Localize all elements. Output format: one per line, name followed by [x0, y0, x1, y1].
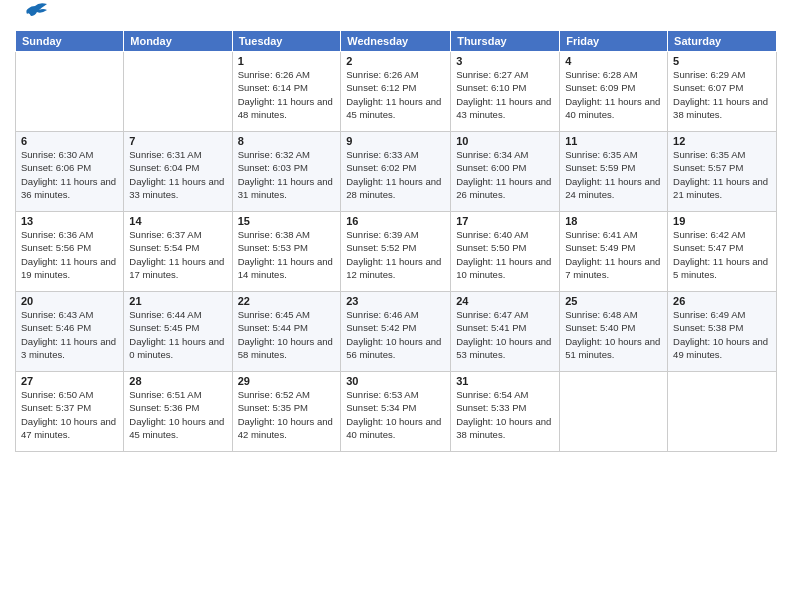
- day-info: Sunrise: 6:26 AMSunset: 6:12 PMDaylight:…: [346, 68, 445, 121]
- day-info: Sunrise: 6:34 AMSunset: 6:00 PMDaylight:…: [456, 148, 554, 201]
- day-info: Sunrise: 6:29 AMSunset: 6:07 PMDaylight:…: [673, 68, 771, 121]
- logo: [15, 10, 49, 24]
- day-number: 6: [21, 135, 118, 147]
- day-number: 18: [565, 215, 662, 227]
- calendar-cell: 24Sunrise: 6:47 AMSunset: 5:41 PMDayligh…: [451, 292, 560, 372]
- calendar-cell: [560, 372, 668, 452]
- day-info: Sunrise: 6:45 AMSunset: 5:44 PMDaylight:…: [238, 308, 336, 361]
- day-info: Sunrise: 6:43 AMSunset: 5:46 PMDaylight:…: [21, 308, 118, 361]
- day-number: 25: [565, 295, 662, 307]
- day-number: 28: [129, 375, 226, 387]
- day-number: 21: [129, 295, 226, 307]
- day-info: Sunrise: 6:38 AMSunset: 5:53 PMDaylight:…: [238, 228, 336, 281]
- day-number: 30: [346, 375, 445, 387]
- day-number: 2: [346, 55, 445, 67]
- calendar-cell: 12Sunrise: 6:35 AMSunset: 5:57 PMDayligh…: [668, 132, 777, 212]
- calendar-cell: [124, 52, 232, 132]
- calendar-week-2: 6Sunrise: 6:30 AMSunset: 6:06 PMDaylight…: [16, 132, 777, 212]
- day-number: 29: [238, 375, 336, 387]
- col-tuesday: Tuesday: [232, 31, 341, 52]
- day-info: Sunrise: 6:32 AMSunset: 6:03 PMDaylight:…: [238, 148, 336, 201]
- day-info: Sunrise: 6:46 AMSunset: 5:42 PMDaylight:…: [346, 308, 445, 361]
- calendar-week-1: 1Sunrise: 6:26 AMSunset: 6:14 PMDaylight…: [16, 52, 777, 132]
- calendar-cell: 6Sunrise: 6:30 AMSunset: 6:06 PMDaylight…: [16, 132, 124, 212]
- col-wednesday: Wednesday: [341, 31, 451, 52]
- calendar-cell: 11Sunrise: 6:35 AMSunset: 5:59 PMDayligh…: [560, 132, 668, 212]
- page: Sunday Monday Tuesday Wednesday Thursday…: [0, 0, 792, 612]
- calendar-cell: 4Sunrise: 6:28 AMSunset: 6:09 PMDaylight…: [560, 52, 668, 132]
- day-number: 8: [238, 135, 336, 147]
- calendar-cell: 22Sunrise: 6:45 AMSunset: 5:44 PMDayligh…: [232, 292, 341, 372]
- calendar-header-row: Sunday Monday Tuesday Wednesday Thursday…: [16, 31, 777, 52]
- day-number: 5: [673, 55, 771, 67]
- calendar-week-3: 13Sunrise: 6:36 AMSunset: 5:56 PMDayligh…: [16, 212, 777, 292]
- calendar-cell: 2Sunrise: 6:26 AMSunset: 6:12 PMDaylight…: [341, 52, 451, 132]
- calendar-cell: 14Sunrise: 6:37 AMSunset: 5:54 PMDayligh…: [124, 212, 232, 292]
- calendar-cell: 30Sunrise: 6:53 AMSunset: 5:34 PMDayligh…: [341, 372, 451, 452]
- day-info: Sunrise: 6:49 AMSunset: 5:38 PMDaylight:…: [673, 308, 771, 361]
- day-number: 22: [238, 295, 336, 307]
- header: [15, 10, 777, 24]
- calendar-cell: 17Sunrise: 6:40 AMSunset: 5:50 PMDayligh…: [451, 212, 560, 292]
- day-info: Sunrise: 6:36 AMSunset: 5:56 PMDaylight:…: [21, 228, 118, 281]
- calendar-cell: 9Sunrise: 6:33 AMSunset: 6:02 PMDaylight…: [341, 132, 451, 212]
- calendar-cell: 31Sunrise: 6:54 AMSunset: 5:33 PMDayligh…: [451, 372, 560, 452]
- day-number: 16: [346, 215, 445, 227]
- calendar-cell: 3Sunrise: 6:27 AMSunset: 6:10 PMDaylight…: [451, 52, 560, 132]
- day-info: Sunrise: 6:48 AMSunset: 5:40 PMDaylight:…: [565, 308, 662, 361]
- day-number: 11: [565, 135, 662, 147]
- calendar-cell: 15Sunrise: 6:38 AMSunset: 5:53 PMDayligh…: [232, 212, 341, 292]
- calendar-cell: 25Sunrise: 6:48 AMSunset: 5:40 PMDayligh…: [560, 292, 668, 372]
- day-info: Sunrise: 6:51 AMSunset: 5:36 PMDaylight:…: [129, 388, 226, 441]
- day-number: 4: [565, 55, 662, 67]
- col-monday: Monday: [124, 31, 232, 52]
- day-number: 15: [238, 215, 336, 227]
- calendar-cell: 20Sunrise: 6:43 AMSunset: 5:46 PMDayligh…: [16, 292, 124, 372]
- calendar-cell: 18Sunrise: 6:41 AMSunset: 5:49 PMDayligh…: [560, 212, 668, 292]
- calendar-week-5: 27Sunrise: 6:50 AMSunset: 5:37 PMDayligh…: [16, 372, 777, 452]
- day-number: 12: [673, 135, 771, 147]
- day-info: Sunrise: 6:44 AMSunset: 5:45 PMDaylight:…: [129, 308, 226, 361]
- day-number: 31: [456, 375, 554, 387]
- calendar-cell: 8Sunrise: 6:32 AMSunset: 6:03 PMDaylight…: [232, 132, 341, 212]
- col-friday: Friday: [560, 31, 668, 52]
- calendar-cell: 16Sunrise: 6:39 AMSunset: 5:52 PMDayligh…: [341, 212, 451, 292]
- day-info: Sunrise: 6:39 AMSunset: 5:52 PMDaylight:…: [346, 228, 445, 281]
- day-info: Sunrise: 6:33 AMSunset: 6:02 PMDaylight:…: [346, 148, 445, 201]
- day-info: Sunrise: 6:53 AMSunset: 5:34 PMDaylight:…: [346, 388, 445, 441]
- day-info: Sunrise: 6:52 AMSunset: 5:35 PMDaylight:…: [238, 388, 336, 441]
- col-thursday: Thursday: [451, 31, 560, 52]
- logo-bird-icon: [21, 2, 49, 24]
- day-number: 9: [346, 135, 445, 147]
- calendar-cell: 13Sunrise: 6:36 AMSunset: 5:56 PMDayligh…: [16, 212, 124, 292]
- day-number: 7: [129, 135, 226, 147]
- col-sunday: Sunday: [16, 31, 124, 52]
- day-number: 17: [456, 215, 554, 227]
- day-number: 10: [456, 135, 554, 147]
- calendar-cell: [16, 52, 124, 132]
- day-info: Sunrise: 6:27 AMSunset: 6:10 PMDaylight:…: [456, 68, 554, 121]
- calendar-cell: 21Sunrise: 6:44 AMSunset: 5:45 PMDayligh…: [124, 292, 232, 372]
- day-info: Sunrise: 6:42 AMSunset: 5:47 PMDaylight:…: [673, 228, 771, 281]
- calendar-cell: 23Sunrise: 6:46 AMSunset: 5:42 PMDayligh…: [341, 292, 451, 372]
- calendar-cell: 1Sunrise: 6:26 AMSunset: 6:14 PMDaylight…: [232, 52, 341, 132]
- day-info: Sunrise: 6:28 AMSunset: 6:09 PMDaylight:…: [565, 68, 662, 121]
- calendar-cell: 5Sunrise: 6:29 AMSunset: 6:07 PMDaylight…: [668, 52, 777, 132]
- day-info: Sunrise: 6:41 AMSunset: 5:49 PMDaylight:…: [565, 228, 662, 281]
- day-number: 23: [346, 295, 445, 307]
- calendar-cell: 26Sunrise: 6:49 AMSunset: 5:38 PMDayligh…: [668, 292, 777, 372]
- day-info: Sunrise: 6:40 AMSunset: 5:50 PMDaylight:…: [456, 228, 554, 281]
- day-number: 26: [673, 295, 771, 307]
- day-number: 24: [456, 295, 554, 307]
- day-info: Sunrise: 6:35 AMSunset: 5:57 PMDaylight:…: [673, 148, 771, 201]
- day-info: Sunrise: 6:37 AMSunset: 5:54 PMDaylight:…: [129, 228, 226, 281]
- calendar-table: Sunday Monday Tuesday Wednesday Thursday…: [15, 30, 777, 452]
- day-number: 3: [456, 55, 554, 67]
- calendar-cell: 19Sunrise: 6:42 AMSunset: 5:47 PMDayligh…: [668, 212, 777, 292]
- day-number: 14: [129, 215, 226, 227]
- calendar-week-4: 20Sunrise: 6:43 AMSunset: 5:46 PMDayligh…: [16, 292, 777, 372]
- day-info: Sunrise: 6:50 AMSunset: 5:37 PMDaylight:…: [21, 388, 118, 441]
- calendar-cell: 28Sunrise: 6:51 AMSunset: 5:36 PMDayligh…: [124, 372, 232, 452]
- calendar-cell: 10Sunrise: 6:34 AMSunset: 6:00 PMDayligh…: [451, 132, 560, 212]
- calendar-cell: [668, 372, 777, 452]
